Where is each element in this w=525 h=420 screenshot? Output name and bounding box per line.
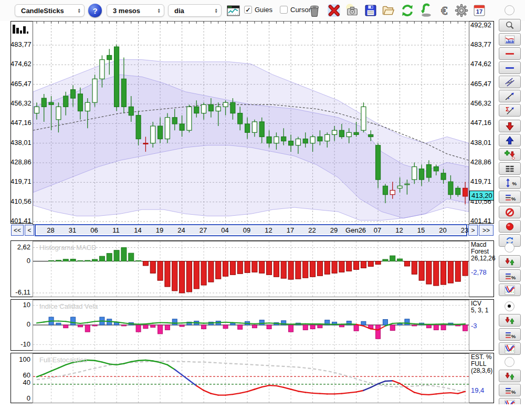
est-lines-percent2-button[interactable]: % [499,384,521,396]
stochastic-chart[interactable] [33,353,469,403]
est-tick-label: 60 [10,371,30,379]
interval-select[interactable]: dia ▲▼ [168,4,222,17]
open-folder-icon[interactable] [381,3,396,18]
chevron-updown-icon: ▲▼ [77,8,82,13]
date-tick-label: 15 [417,226,425,234]
histogram-icon[interactable] [12,24,29,36]
macd-updown-arrows-button[interactable] [499,255,521,268]
trend-arrow-button[interactable] [499,90,521,102]
help-label: ? [92,6,97,15]
camera-icon[interactable] [344,3,360,18]
sync-s-icon[interactable] [418,3,434,18]
arrow-down-red-button[interactable] [499,120,521,132]
date-tick-label: 29 [330,226,338,234]
price-tick-label: 483,77 [10,40,30,48]
top-right-radio[interactable] [505,5,514,15]
date-tick-label: 12 [395,226,403,234]
gear-icon[interactable] [454,3,469,18]
macd-curve-chart-button[interactable] [499,284,521,296]
euro-icon[interactable]: € [436,3,452,18]
est-value: 19,4 [471,386,484,394]
mini-chart-toggle-button[interactable] [227,5,240,16]
icv-title: Indice Calidad Vela [39,302,98,310]
chevron-updown-icon: ▲▼ [156,8,162,13]
price-tick-label: 447,16 [470,119,494,127]
date-tick-label: 24 [177,226,185,234]
icv-lines-percent2-button[interactable]: % [499,328,521,341]
varrow-percent-button[interactable]: % [499,176,521,189]
no-sign-button[interactable] [499,206,521,218]
svg-text:%: % [511,274,516,280]
price-tick-label: 465,47 [10,80,30,88]
macd-select-radio[interactable] [505,243,514,253]
arrow-up-blue-button[interactable] [499,134,521,146]
price-tick-label: 428,86 [10,158,30,166]
record-dot-button[interactable] [499,220,521,233]
status-bar: TESCO (TSCO.L) /Users/mserra/Library/Clo… [0,404,525,420]
trash-icon[interactable] [307,3,322,18]
plus-arrow-diamond-button[interactable] [499,148,521,161]
zoom-magnifier-button[interactable] [499,19,521,32]
scroll-forward-button[interactable]: > [468,225,478,236]
mini-chart-icon [227,5,240,16]
scroll-fast-back-button[interactable]: << [11,225,24,236]
icv-value: -3 [471,322,477,330]
date-tick-label: 28 [47,226,54,234]
scroll-fast-forward-button[interactable]: >> [479,225,494,236]
blue-hline-button[interactable] [499,61,521,74]
h-bars-button[interactable] [499,162,521,175]
delete-x-icon[interactable] [326,3,342,18]
date-tick-label: 23 [461,226,468,234]
date-tick-label: 14 [134,226,141,234]
svg-text:Σ: Σ [506,106,509,112]
est-updown-arrows-button[interactable] [499,370,521,382]
icv-yzero-label: 0 [10,320,30,328]
interval-value: dia [174,7,184,15]
scroll-back-button[interactable]: < [25,225,34,236]
toolbar: CandleSticks ▲▼ ? 3 mesos ▲▼ dia ▲▼ Guie… [0,0,525,21]
price-tick-label: 456,32 [10,99,30,107]
period-value: 3 mesos [113,7,140,15]
price-tick-label: 492,92 [470,21,494,29]
candlestick-chart[interactable] [33,21,469,225]
date-tick-label: 12 [265,226,272,234]
guies-checkbox[interactable] [244,6,252,14]
red-hline-button[interactable] [499,47,521,60]
refresh-circle-icon[interactable] [400,3,415,18]
price-tick-label: 465,47 [470,80,494,88]
price-tick-label: 428,86 [470,158,494,166]
price-tick-label: 410,56 [10,197,30,205]
channel-lines-button[interactable] [499,76,521,88]
calendar-icon[interactable]: 17 [471,3,487,18]
est-title: Full Estocastico [39,356,87,364]
price-tick-label: 401,41 [470,217,494,225]
icv-select-radio[interactable] [505,301,514,311]
price-tick-label: 474,62 [10,60,30,68]
chart-type-select[interactable]: CandleSticks ▲▼ [15,4,85,17]
date-tick-label: 17 [287,226,294,234]
date-tick-label: 31 [69,226,76,234]
chart-type-value: CandleSticks [21,7,64,15]
est-select-radio[interactable] [505,357,514,367]
macd-title: Histograma MACD [39,244,96,251]
date-tick-label: 11 [112,226,120,234]
date-tick-label: Gen26 [345,226,366,234]
period-select[interactable]: 3 mesos ▲▼ [107,4,164,17]
sigma-trend-button[interactable]: Σ [499,104,521,117]
icv-curve-chart-button[interactable] [499,342,521,355]
macd-histogram-chart[interactable] [33,241,469,297]
macd-lines-percent2-button[interactable]: % [499,269,521,282]
cursor-checkbox[interactable] [280,6,288,14]
histogram-icon-glyph [12,24,29,36]
price-tick-label: 456,32 [470,99,494,107]
indicator-chart-button[interactable] [499,33,521,46]
svg-text:%: % [511,388,516,394]
icv-ymin-label: -10 [10,340,30,348]
price-tick-label: 474,62 [470,60,494,68]
icv-updown-arrows-button[interactable] [499,314,521,327]
help-button[interactable]: ? [88,4,102,17]
lines-percent-button[interactable]: % [499,191,521,203]
svg-text:17: 17 [476,8,482,15]
save-floppy-icon[interactable] [363,3,379,18]
icv-chart[interactable] [33,300,469,351]
